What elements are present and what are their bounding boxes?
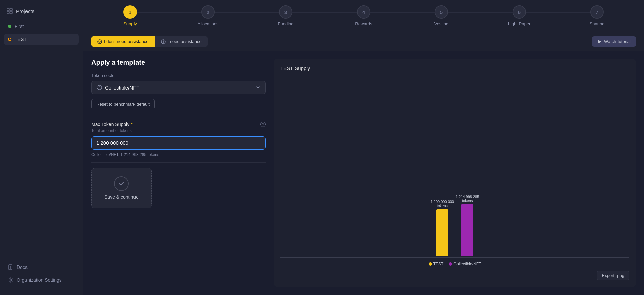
dot-orange-icon (8, 38, 11, 41)
svg-point-8 (10, 279, 12, 281)
legend-test-label: TEST (433, 262, 444, 267)
legend-test: TEST (429, 262, 444, 267)
svg-rect-1 (10, 8, 12, 11)
dont-need-label: I don't need assistance (104, 39, 149, 44)
legend-collectible-label: Collectible/NFT (453, 262, 481, 267)
token-sector-label: Token sector (91, 73, 266, 78)
step-sharing[interactable]: 7 Sharing (558, 5, 636, 32)
step-light-paper[interactable]: 6 Light Paper (480, 5, 558, 32)
sidebar-item-first[interactable]: First (4, 21, 79, 32)
svg-rect-2 (7, 11, 9, 14)
legend-collectible-dot (449, 262, 452, 266)
reset-benchmark-button[interactable]: Reset to benchmark default (91, 99, 155, 109)
token-sector-value: Collectible/NFT (105, 85, 140, 91)
bar-test (436, 209, 448, 256)
sidebar-projects-label: Projects (16, 8, 34, 14)
svg-rect-0 (7, 8, 9, 11)
svg-rect-3 (10, 11, 12, 14)
bar-collectible (461, 204, 473, 256)
step-supply[interactable]: 1 Supply (91, 5, 169, 32)
sidebar-items-list: First TEST (0, 21, 83, 257)
step-allocations[interactable]: 2 Allocations (169, 5, 247, 32)
projects-icon (7, 8, 13, 14)
legend-collectible: Collectible/NFT (449, 262, 481, 267)
token-sector-dropdown[interactable]: Collectible/NFT (91, 81, 266, 94)
docs-label: Docs (17, 264, 28, 270)
chart-baseline (280, 257, 629, 258)
section-divider (91, 162, 266, 163)
supply-input[interactable] (91, 136, 266, 150)
watch-tutorial-button[interactable]: Watch tutorial (592, 36, 636, 47)
max-token-supply-section: Max Token Supply * ? Total amount of tok… (91, 116, 266, 157)
main-content: 1 Supply 2 Allocations 3 Funding 4 Rewar… (83, 0, 644, 295)
step-vesting[interactable]: 5 Vesting (402, 5, 480, 32)
collectible-hint: Collectible/NFT: 1 214 998 285 tokens (91, 152, 266, 157)
dont-need-assistance-button[interactable]: I don't need assistance (91, 36, 155, 47)
bar-group-collectible: 1 214 998 285 tokens (455, 195, 479, 256)
nft-icon (96, 84, 102, 91)
svg-point-12 (163, 40, 163, 41)
svg-marker-13 (598, 40, 601, 43)
step-rewards[interactable]: 4 Rewards (325, 5, 402, 32)
required-marker: * (131, 122, 132, 127)
sidebar-item-test-label: TEST (15, 37, 27, 42)
step-label-allocations: Allocations (198, 21, 219, 26)
bar-collectible-label: 1 214 998 285 tokens (455, 195, 479, 203)
form-panel: Apply a template Token sector Collectibl… (91, 59, 266, 287)
max-token-supply-label: Max Token Supply * (91, 122, 133, 127)
sidebar-item-first-label: First (15, 24, 24, 29)
step-circle-4: 4 (357, 5, 370, 19)
stepper: 1 Supply 2 Allocations 3 Funding 4 Rewar… (83, 0, 644, 32)
step-label-sharing: Sharing (590, 21, 605, 26)
chart-panel: TEST Supply 1 200 000 000 tokens 1 (274, 59, 636, 287)
step-funding[interactable]: 3 Funding (247, 5, 325, 32)
total-amount-label: Total amount of tokens (91, 128, 266, 133)
sidebar-item-org-settings[interactable]: Organization Settings (4, 274, 79, 286)
step-circle-6: 6 (513, 5, 526, 19)
chart-area: 1 200 000 000 tokens 1 214 998 285 token… (280, 76, 629, 267)
settings-icon (8, 277, 13, 283)
assistance-buttons: I don't need assistance I need assistanc… (91, 36, 208, 47)
assistance-bar: I don't need assistance I need assistanc… (83, 32, 644, 51)
step-label-funding: Funding (278, 21, 294, 26)
chart-bars: 1 200 000 000 tokens 1 214 998 285 token… (280, 202, 629, 256)
step-label-rewards: Rewards (355, 21, 372, 26)
sidebar-header: Projects (0, 5, 83, 21)
legend-test-dot (429, 262, 432, 266)
chart-legend: TEST Collectible/NFT (429, 262, 481, 267)
content-area: Apply a template Token sector Collectibl… (83, 51, 644, 295)
step-label-vesting: Vesting (434, 21, 449, 26)
sidebar-item-docs[interactable]: Docs (4, 261, 79, 273)
bar-test-label: 1 200 000 000 tokens (431, 200, 454, 208)
docs-icon (8, 264, 13, 270)
step-circle-3: 3 (279, 5, 292, 19)
sidebar: Projects First TEST Docs Organi (0, 0, 83, 295)
chevron-down-icon (255, 85, 261, 90)
sidebar-footer: Docs Organization Settings (0, 257, 83, 290)
step-circle-2: 2 (201, 5, 215, 19)
sidebar-item-test[interactable]: TEST (4, 34, 79, 45)
apply-template-title: Apply a template (91, 59, 266, 66)
step-circle-1: 1 (123, 5, 137, 19)
org-settings-label: Organization Settings (17, 277, 62, 283)
save-check-icon (114, 176, 129, 191)
step-label-supply: Supply (123, 21, 137, 26)
step-circle-5: 5 (435, 5, 448, 19)
max-token-supply-header: Max Token Supply * ? (91, 122, 266, 127)
need-label: I need assistance (168, 39, 202, 44)
help-icon[interactable]: ? (260, 122, 266, 127)
dot-green-icon (8, 25, 11, 28)
save-continue-button[interactable]: Save & continue (91, 168, 152, 208)
bar-group-test: 1 200 000 000 tokens (431, 200, 454, 256)
step-circle-7: 7 (590, 5, 604, 19)
info-icon (161, 39, 166, 44)
export-button[interactable]: Export .png (597, 271, 630, 280)
check-icon (97, 39, 102, 44)
chart-title: TEST Supply (280, 65, 629, 71)
need-assistance-button[interactable]: I need assistance (155, 36, 208, 47)
play-icon (597, 39, 602, 44)
watch-label: Watch tutorial (604, 39, 631, 44)
step-label-light-paper: Light Paper (508, 21, 531, 26)
save-continue-label: Save & continue (104, 194, 139, 200)
